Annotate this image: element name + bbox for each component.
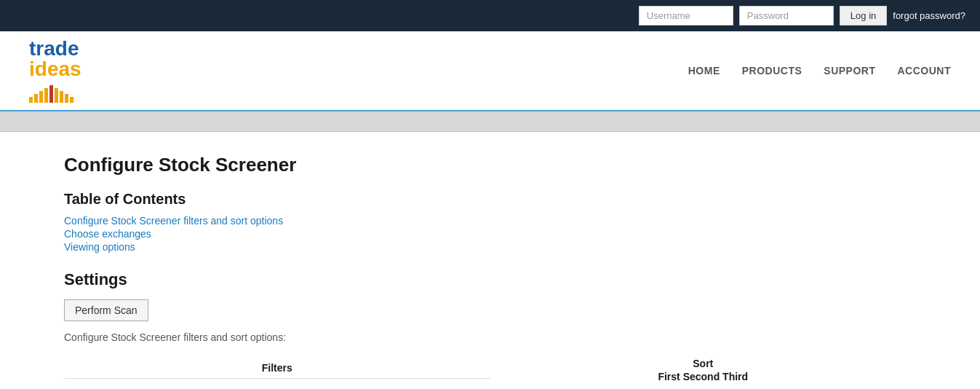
sort-header: Sort bbox=[490, 358, 917, 371]
settings-heading: Settings bbox=[64, 270, 916, 289]
sort-sub-header: First Second Third bbox=[490, 371, 917, 382]
site-header: trade ideas bbox=[0, 31, 980, 111]
logo: trade ideas bbox=[29, 39, 81, 103]
svg-rect-7 bbox=[65, 94, 68, 103]
main-content: Configure Stock Screener Table of Conten… bbox=[0, 132, 980, 389]
main-nav: HOME PRODUCTS SUPPORT ACCOUNT bbox=[688, 65, 951, 76]
nav-home[interactable]: HOME bbox=[688, 65, 720, 76]
nav-account[interactable]: ACCOUNT bbox=[898, 65, 952, 76]
svg-rect-6 bbox=[60, 91, 63, 103]
login-button[interactable]: Log in bbox=[840, 6, 887, 25]
nav-products[interactable]: PRODUCTS bbox=[742, 65, 802, 76]
svg-rect-1 bbox=[34, 94, 38, 103]
logo-ideas: ideas bbox=[29, 58, 81, 80]
logo-bars-icon bbox=[29, 81, 80, 103]
gray-stripe bbox=[0, 111, 980, 132]
svg-rect-5 bbox=[55, 88, 58, 103]
username-input[interactable] bbox=[639, 6, 733, 25]
filters-column: Filters bbox=[64, 358, 490, 382]
toc-link-filters[interactable]: Configure Stock Screener filters and sor… bbox=[64, 215, 916, 227]
toc-link-viewing[interactable]: Viewing options bbox=[64, 241, 916, 253]
logo-trade: trade bbox=[29, 37, 79, 60]
svg-rect-4 bbox=[49, 85, 53, 103]
svg-rect-3 bbox=[44, 88, 48, 103]
toc-link-exchanges[interactable]: Choose exchanges bbox=[64, 228, 916, 240]
page-title: Configure Stock Screener bbox=[64, 154, 916, 176]
svg-rect-2 bbox=[39, 91, 43, 103]
configure-label: Configure Stock Screener filters and sor… bbox=[64, 331, 916, 343]
top-bar: Log in forgot password? bbox=[0, 0, 980, 31]
table-section: Filters Sort First Second Third bbox=[64, 358, 916, 382]
sort-column: Sort First Second Third bbox=[490, 358, 917, 382]
toc-heading: Table of Contents bbox=[64, 191, 916, 208]
filters-header: Filters bbox=[64, 358, 490, 379]
svg-rect-0 bbox=[29, 97, 33, 103]
toc-links: Configure Stock Screener filters and sor… bbox=[64, 215, 916, 253]
forgot-password-link[interactable]: forgot password? bbox=[893, 10, 965, 21]
nav-support[interactable]: SUPPORT bbox=[824, 65, 875, 76]
perform-scan-button[interactable]: Perform Scan bbox=[64, 299, 148, 321]
password-input[interactable] bbox=[739, 6, 834, 25]
svg-rect-8 bbox=[70, 97, 73, 103]
